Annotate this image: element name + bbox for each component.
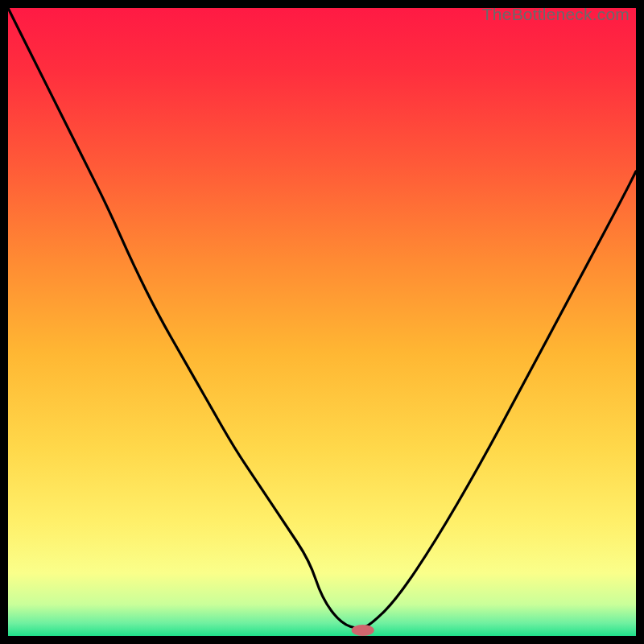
optimal-point-marker xyxy=(352,625,374,636)
chart-canvas xyxy=(8,8,636,636)
gradient-background xyxy=(8,8,636,636)
watermark-text: TheBottleneck.com xyxy=(482,5,630,24)
bottleneck-chart xyxy=(8,8,636,636)
